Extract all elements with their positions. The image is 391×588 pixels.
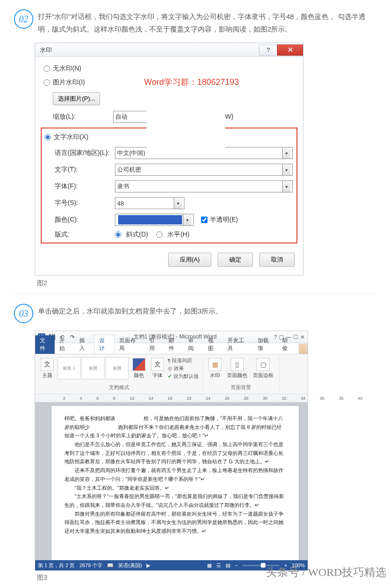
para-icon: ¶: [168, 358, 170, 364]
tab-mailings[interactable]: 邮件: [164, 335, 183, 354]
ruler-tick: 14: [149, 396, 153, 401]
document-area[interactable]: 样吧。爸爸和妈妈都谈 校，可是她在他们面前拍了胸脯，"不用不用，我一个年满十八岁…: [35, 403, 308, 560]
diagonal-radio[interactable]: [115, 231, 121, 238]
zoom-out-icon[interactable]: −: [235, 562, 238, 568]
tab-view[interactable]: 视图: [203, 335, 223, 354]
semitransparent-checkbox[interactable]: [201, 217, 208, 223]
tab-layout[interactable]: 页面布局: [114, 335, 145, 354]
web-layout-icon[interactable]: ▤: [226, 562, 230, 569]
page-borders-button[interactable]: ▢ 页面边框: [251, 357, 275, 380]
status-spellcheck-icon[interactable]: 📖: [107, 562, 114, 569]
tab-review[interactable]: 审阅: [183, 335, 203, 354]
default-icon: ✔: [168, 373, 172, 379]
theme-thumb[interactable]: 标题: [82, 357, 105, 379]
colors-icon: [132, 358, 145, 371]
page-bg-group-label: 页面背景: [231, 384, 251, 391]
picture-watermark-radio[interactable]: [44, 79, 50, 86]
status-words[interactable]: 2879 个字: [79, 562, 102, 569]
step-3-text: 单击确定之后，水印就添加到文档背景中去了，如图3所示。: [38, 304, 377, 323]
ruler-tick: 26: [225, 396, 229, 401]
help-button[interactable]: ?: [259, 45, 277, 56]
document-body-text: 样吧。爸爸和妈妈都谈 校，可是她在他们面前拍了胸脯，"不用不用，我一个年满十八岁…: [64, 414, 286, 536]
status-macro-icon[interactable]: ▶: [146, 562, 150, 569]
select-picture-button[interactable]: 选择图片(P)...: [53, 92, 100, 105]
tab-design[interactable]: 设计: [94, 335, 114, 354]
theme-thumb[interactable]: 标题: [106, 357, 129, 379]
step-number-3: 03: [14, 304, 33, 323]
footer-watermark: 头条号 / WORD技巧精选: [266, 565, 386, 580]
size-label: 字号(S):: [55, 199, 115, 207]
effects-button[interactable]: ◎效果: [168, 365, 199, 372]
no-watermark-radio[interactable]: [44, 65, 50, 72]
print-layout-view-icon[interactable]: ▦: [207, 562, 212, 569]
tab-file[interactable]: 文件: [35, 335, 55, 354]
horizontal-label: 水平(H): [167, 230, 189, 239]
ruler-tick: 40: [358, 396, 362, 401]
page-borders-icon: ▢: [257, 358, 270, 371]
no-watermark-label: 无水印(N): [53, 64, 81, 73]
watermark-button[interactable]: ▦ 水印: [207, 357, 223, 380]
fonts-button[interactable]: 文 字体: [149, 357, 166, 380]
ribbon-tabs: 文件 开始 插入 设计 页面布局 引用 邮件 审阅 视图 开发工具 加载项 胡俊: [35, 343, 308, 354]
tab-addins[interactable]: 加载项: [253, 335, 277, 354]
text-watermark-radio[interactable]: [44, 134, 51, 141]
colors-button[interactable]: 颜色: [131, 357, 147, 380]
color-swatch: [118, 215, 182, 224]
text-watermark-label: 文字水印(X): [54, 133, 88, 141]
tab-home[interactable]: 开始: [55, 335, 74, 354]
tab-developer[interactable]: 开发工具: [223, 335, 253, 354]
font-label: 字体(F):: [55, 182, 115, 191]
size-combo[interactable]: 48: [115, 197, 184, 209]
theme-thumb[interactable]: 标题 1: [57, 357, 81, 379]
chevron-down-icon: [183, 214, 191, 225]
paragraph-spacing-button[interactable]: ¶段落间距: [168, 357, 199, 364]
page-color-icon: ▯: [231, 358, 244, 371]
cancel-button[interactable]: 取消: [259, 253, 295, 267]
color-combo[interactable]: [115, 214, 194, 226]
user-name[interactable]: 胡俊: [277, 335, 297, 354]
ruler[interactable]: 2 4 6 8 10 14 18 22 24 26 28 30 32 34 36…: [35, 394, 308, 403]
apply-button[interactable]: 应用(A): [168, 253, 211, 267]
themes-icon: 文: [41, 358, 54, 371]
color-label: 颜色(C):: [55, 216, 115, 224]
set-default-button[interactable]: ✔设为默认值: [168, 373, 199, 380]
ruler-tick: 18: [168, 396, 172, 401]
dialog-titlebar[interactable]: 水印 ? ✕: [35, 43, 303, 57]
step-2-text: 打开"水印"对话框，我们勾选文字水印，将文字输入为公司机密，字体隶书，字号48，…: [38, 9, 377, 35]
font-combo[interactable]: 隶书: [115, 180, 293, 192]
step-number-2: 02: [14, 9, 33, 29]
text-combo[interactable]: 公司机密: [115, 164, 293, 176]
horizontal-radio[interactable]: [156, 231, 163, 238]
scale-label: 缩放(L):: [53, 113, 113, 121]
close-icon[interactable]: ✕: [300, 334, 305, 340]
page-color-button[interactable]: ▯ 页面颜色: [225, 357, 249, 380]
chevron-down-icon: [282, 164, 290, 175]
ruler-tick: 8: [113, 396, 115, 401]
chevron-down-icon: [174, 198, 182, 209]
read-mode-icon[interactable]: ☰: [216, 562, 221, 569]
watermark-dialog: 水印 ? ✕ Word学习群：180627193 无水印(N) 图片水印(I) …: [35, 43, 303, 275]
font-value: 隶书: [117, 182, 282, 191]
status-page[interactable]: 第 1 页，共 2 页: [38, 562, 75, 569]
status-language[interactable]: 英语(美国): [118, 562, 142, 569]
close-button[interactable]: ✕: [277, 45, 303, 56]
ruler-tick: 24: [206, 396, 210, 401]
themes-button[interactable]: 文 主题: [39, 357, 56, 380]
language-label: 语言(国家/地区)(L):: [55, 149, 115, 157]
ruler-tick: 6: [96, 396, 99, 401]
ruler-tick: 4: [80, 396, 82, 401]
effects-icon: ◎: [168, 365, 172, 371]
ruler-tick: 36: [320, 396, 324, 401]
word-window: W 💾 ↶ ↷ 文档1 [兼容模式] - Microsoft Word ? ▢ …: [35, 331, 308, 571]
fonts-icon: 文: [151, 358, 164, 371]
separator: [14, 293, 377, 294]
tab-references[interactable]: 引用: [145, 335, 164, 354]
user-avatar-icon[interactable]: [299, 344, 308, 354]
tab-insert[interactable]: 插入: [75, 335, 94, 354]
dialog-title: 水印: [40, 46, 259, 54]
ok-button[interactable]: 确定: [218, 253, 253, 267]
document-page[interactable]: 样吧。爸爸和妈妈都谈 校，可是她在他们面前拍了胸脯，"不用不用，我一个年满十八岁…: [51, 405, 299, 560]
theme-gallery[interactable]: 标题 1 标题 标题: [57, 357, 129, 379]
ruler-tick: 2: [63, 396, 65, 401]
ruler-tick: 34: [301, 396, 305, 401]
